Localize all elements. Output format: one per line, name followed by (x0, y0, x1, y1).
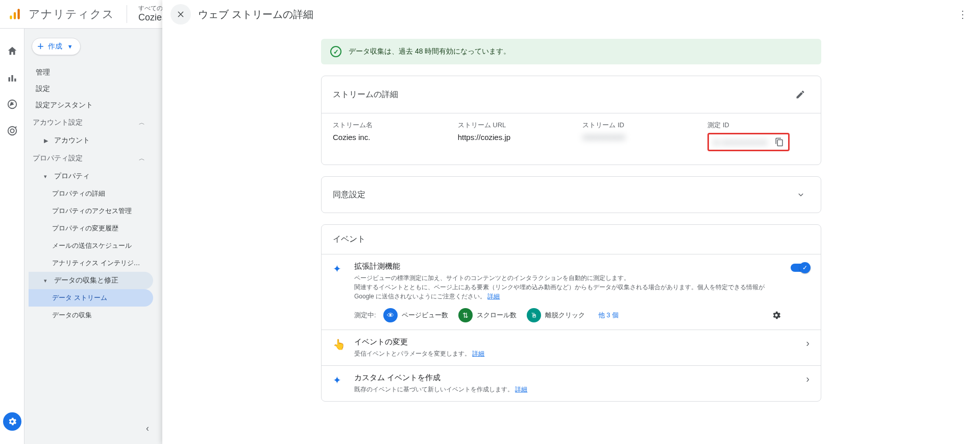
caret-down-icon: ▾ (44, 277, 49, 284)
mouse-icon: 🖱 (527, 308, 541, 322)
more-menu-icon[interactable]: ⋮ (953, 4, 972, 25)
svg-rect-4 (11, 75, 13, 82)
more-chips-link[interactable]: 他 3 個 (598, 311, 619, 320)
banner-text: データ収集は、過去 48 時間有効になっています。 (349, 47, 510, 56)
leaf-property-access[interactable]: プロパティのアクセス管理 (29, 202, 153, 220)
chip-pageview: 👁ページビュー数 (383, 308, 454, 322)
svg-rect-0 (10, 15, 12, 19)
section-account-settings[interactable]: アカウント設定 ︿ (29, 113, 153, 132)
sidebar-sub-data-collection[interactable]: ▾ データの収集と修正 (29, 272, 153, 289)
tap-icon: 👆 (333, 337, 345, 350)
col-stream-url: ストリーム URL https://cozies.jp (458, 121, 578, 151)
expand-consent-icon[interactable] (792, 186, 810, 203)
svg-point-8 (10, 129, 14, 132)
pencil-icon (795, 89, 805, 100)
col-stream-name: ストリーム名 Cozies inc. (333, 121, 453, 151)
col-stream-id: ストリーム ID 0000000000 (582, 121, 702, 151)
stream-details-card: ストリームの詳細 ストリーム名 Cozies inc. ストリーム URL ht… (321, 76, 821, 165)
plus-icon: + (37, 42, 44, 51)
toggle-knob-icon: ✓ (799, 262, 811, 273)
close-icon (177, 10, 185, 18)
row-enhanced-measurement: ✦ 拡張計測機能 ページビューの標準測定に加え、サイトのコンテンツとのインタラク… (322, 254, 821, 330)
sidebar-sub-account[interactable]: ▶ アカウント (29, 132, 153, 149)
gear-icon (771, 310, 781, 320)
edit-button[interactable] (791, 85, 810, 104)
sidebar-sub-property[interactable]: ▾ プロパティ (29, 168, 153, 185)
admin-gear-icon[interactable] (3, 412, 21, 431)
modify-details-link[interactable]: 詳細 (472, 350, 484, 357)
svg-rect-3 (8, 77, 10, 81)
create-button[interactable]: + 作成 ▼ (32, 38, 81, 55)
card-title-events: イベント (322, 225, 821, 254)
sidebar-item-settings[interactable]: 設定 (29, 81, 153, 97)
chevron-up-icon: ︿ (137, 119, 147, 127)
ga-logo[interactable]: アナリティクス (8, 7, 114, 22)
cursor-sparkle-icon: ✦ (333, 373, 345, 386)
consent-card[interactable]: 同意設定 (321, 176, 821, 213)
row-modify-events[interactable]: 👆 イベントの変更 受信イベントとパラメータを変更します。 詳細 › (322, 330, 821, 365)
chip-outbound: 🖱離脱クリック (527, 308, 591, 322)
left-rail (0, 29, 24, 444)
sparkle-icon: ✦ (333, 262, 345, 275)
admin-sidebar: + 作成 ▼ 管理 設定 設定アシスタント アカウント設定 ︿ ▶ アカウント … (24, 29, 157, 444)
caret-right-icon: ▶ (44, 137, 49, 144)
chevron-up-icon: ︿ (137, 154, 147, 163)
chevron-right-icon: › (806, 337, 810, 349)
measuring-chips: 測定中: 👁ページビュー数 ⇅スクロール数 🖱離脱クリック 他 3 個 (354, 308, 781, 322)
chevron-down-icon: ▼ (67, 43, 73, 50)
eye-icon: 👁 (383, 308, 398, 322)
measurement-id-highlight: G-XXXXXXXXX (707, 133, 790, 151)
chevron-down-icon (796, 190, 805, 199)
custom-details-link[interactable]: 詳細 (515, 386, 527, 393)
leaf-data-streams[interactable]: データ ストリーム (29, 289, 153, 307)
svg-rect-2 (17, 9, 19, 19)
sheet-header: ウェブ ストリームの詳細 ⋮ (162, 0, 980, 29)
section-property-settings[interactable]: プロパティ設定 ︿ (29, 149, 153, 168)
caret-down-icon: ▾ (44, 173, 49, 180)
svg-rect-5 (14, 79, 16, 82)
check-circle-icon: ✓ (330, 46, 341, 57)
leaf-data-collection[interactable]: データの収集 (29, 307, 153, 324)
sheet-body: ✓ データ収集は、過去 48 時間有効になっています。 ストリームの詳細 ストリ… (162, 29, 980, 444)
svg-rect-1 (14, 12, 16, 19)
leaf-intelligence[interactable]: アナリティクス インテリジ… (29, 254, 153, 272)
home-icon[interactable] (2, 41, 22, 61)
sidebar-item-admin[interactable]: 管理 (29, 64, 153, 81)
sheet-title: ウェブ ストリームの詳細 (198, 8, 313, 21)
copy-button[interactable] (775, 137, 784, 147)
explore-icon[interactable] (2, 94, 22, 114)
col-measurement-id: 測定 ID G-XXXXXXXXX (707, 121, 810, 151)
advertising-icon[interactable] (2, 121, 22, 141)
product-name: アナリティクス (29, 7, 114, 22)
row-custom-events[interactable]: ✦ カスタム イベントを作成 既存のイベントに基づいて新しいイベントを作成します… (322, 365, 821, 401)
close-button[interactable] (170, 4, 191, 25)
collapse-sidebar-icon[interactable]: ‹ (146, 423, 149, 434)
leaf-property-details[interactable]: プロパティの詳細 (29, 185, 153, 202)
create-label: 作成 (48, 42, 62, 51)
enhanced-settings-button[interactable] (771, 310, 781, 320)
enhanced-details-link[interactable]: 詳細 (487, 293, 500, 300)
events-card: イベント ✦ 拡張計測機能 ページビューの標準測定に加え、サイトのコンテンツとの… (321, 224, 821, 402)
chip-scroll: ⇅スクロール数 (458, 308, 523, 322)
copy-icon (775, 137, 784, 147)
card-title-consent: 同意設定 (333, 190, 365, 200)
sidebar-item-assistant[interactable]: 設定アシスタント (29, 97, 153, 113)
leaf-mail-schedule[interactable]: メールの送信スケジュール (29, 237, 153, 254)
card-title-details: ストリームの詳細 (333, 89, 398, 100)
chevron-right-icon: › (806, 373, 810, 385)
analytics-icon (8, 8, 21, 21)
scroll-icon: ⇅ (458, 308, 473, 322)
leaf-property-history[interactable]: プロパティの変更履歴 (29, 220, 153, 237)
reports-icon[interactable] (2, 67, 22, 88)
enhanced-toggle[interactable]: ✓ (791, 264, 810, 272)
success-banner: ✓ データ収集は、過去 48 時間有効になっています。 (321, 39, 821, 64)
stream-details-sheet: ウェブ ストリームの詳細 ⋮ ✓ データ収集は、過去 48 時間有効になっていま… (162, 0, 980, 444)
